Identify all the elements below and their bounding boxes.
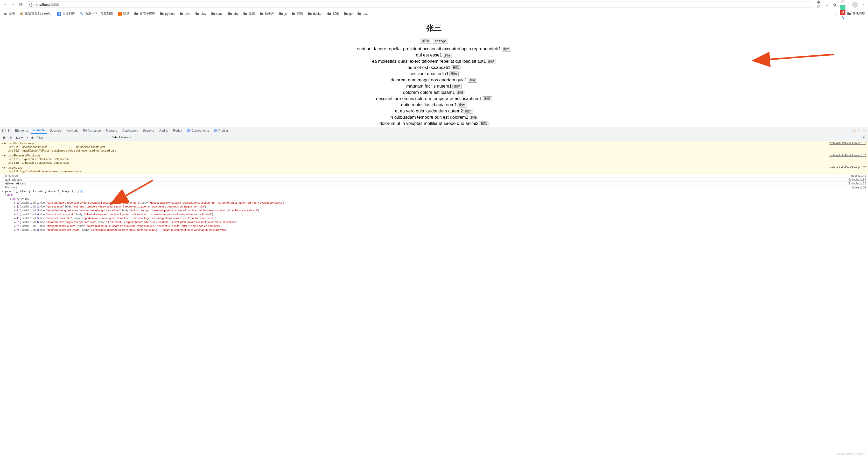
bookmark-item[interactable]: go bbox=[344, 12, 352, 16]
inspect-icon[interactable] bbox=[1, 128, 7, 133]
array-item[interactable]: ▶4: {userId: 1, id: 5, title: "nesciunt … bbox=[14, 216, 868, 220]
source-link[interactable]: webpackHotDevClient.js:137 bbox=[829, 141, 868, 152]
log-levels[interactable]: Default levels ▾ bbox=[112, 136, 131, 139]
bookmark-item[interactable]: python bbox=[160, 12, 175, 16]
bookmark-item[interactable]: play bbox=[195, 12, 206, 16]
devtools-tab[interactable]: Profiler bbox=[212, 127, 231, 134]
live-expression-icon[interactable]: ◉ bbox=[30, 135, 35, 140]
devtools-tab[interactable]: Audits bbox=[157, 127, 170, 134]
expand-caret[interactable]: ▶ bbox=[14, 216, 17, 220]
source-link[interactable]: TodoList.js:13 bbox=[848, 178, 868, 181]
delete-button[interactable]: 删除 bbox=[468, 78, 477, 83]
expand-caret[interactable]: ▼ bbox=[0, 190, 5, 193]
devtools-close-icon[interactable]: ✕ bbox=[863, 129, 865, 132]
bookmark-item[interactable]: 🐵论坛首页 | LearnK... bbox=[20, 11, 52, 16]
devtools-tab[interactable]: Components bbox=[185, 127, 212, 134]
delete-button[interactable]: 删除 bbox=[449, 71, 459, 76]
array-item[interactable]: ▶5: {userId: 1, id: 6, title: "dolorem e… bbox=[14, 220, 868, 224]
expand-caret[interactable]: ▶ bbox=[4, 141, 7, 144]
bookmark-item[interactable]: 译百度翻译 bbox=[57, 11, 75, 16]
expand-caret[interactable]: ▶ bbox=[14, 224, 17, 228]
devtools-tab[interactable]: Security bbox=[140, 127, 157, 134]
source-link[interactable]: webpackHotDevClient.js:137 bbox=[829, 166, 868, 173]
forward-button[interactable]: → bbox=[10, 2, 16, 7]
devtools-tab[interactable]: Performance bbox=[81, 127, 103, 134]
source-link[interactable]: index.js:143 bbox=[850, 174, 868, 177]
back-button[interactable]: ← bbox=[3, 2, 8, 7]
device-toggle-icon[interactable] bbox=[7, 128, 12, 133]
extensions-icon[interactable]: ✿ bbox=[833, 2, 837, 7]
devtools-tab[interactable]: Network bbox=[64, 127, 81, 134]
extension-icon[interactable]: 投 bbox=[840, 10, 845, 15]
site-info-icon[interactable]: i bbox=[29, 3, 33, 7]
prop-list[interactable]: list: bbox=[12, 197, 17, 200]
bookmark-item[interactable]: js bbox=[279, 12, 287, 16]
bookmark-item[interactable]: SDK bbox=[327, 12, 339, 16]
array-item[interactable]: ▶7: {userId: 1, id: 8, title: "dolorem d… bbox=[14, 228, 868, 232]
devtools-tab[interactable]: Elements bbox=[12, 127, 31, 134]
prop-add[interactable]: add: bbox=[7, 193, 13, 196]
source-link[interactable]: index.js:58 bbox=[852, 186, 868, 189]
sidebar-toggle-icon[interactable]: ▣ bbox=[2, 135, 6, 140]
extension-icon[interactable] bbox=[840, 5, 845, 10]
clear-console-icon[interactable]: ⊘ bbox=[8, 135, 13, 140]
star-icon[interactable]: ☆ bbox=[825, 2, 829, 7]
bookmark-item[interactable]: 微信 bbox=[243, 11, 255, 16]
devtools-tab[interactable]: Console bbox=[31, 127, 47, 134]
expand-caret[interactable]: ▶ bbox=[14, 208, 17, 212]
source-link[interactable]: TodoList.js:52 bbox=[848, 182, 868, 185]
delete-button[interactable]: 删除 bbox=[443, 53, 452, 58]
array-item[interactable]: ▶1: {userId: 1, id: 2, title: "qui est e… bbox=[14, 205, 868, 208]
array-item[interactable]: ▶2: {userId: 1, id: 3, title: "ea molest… bbox=[14, 208, 868, 212]
array-item[interactable]: ▶3: {userId: 1, id: 4, title: "eum et es… bbox=[14, 212, 868, 216]
expand-caret[interactable]: ▶ bbox=[14, 228, 17, 232]
warning-count[interactable]: 3 bbox=[850, 129, 856, 132]
delete-button[interactable]: 删除 bbox=[479, 121, 489, 126]
bookmark-item[interactable]: 前端 bbox=[291, 11, 303, 16]
add-button[interactable]: 增加 bbox=[420, 38, 431, 44]
delete-button[interactable]: 删除 bbox=[453, 84, 462, 89]
bookmark-item[interactable]: react bbox=[211, 12, 223, 16]
bookmark-item[interactable]: 微信小程序 bbox=[134, 11, 155, 16]
expand-caret[interactable]: ▼ bbox=[9, 197, 12, 201]
apps-button[interactable]: ▦ 应用 bbox=[3, 11, 15, 16]
bookmark-item[interactable]: 🐾百度一下，你就知道 bbox=[80, 11, 113, 16]
devtools-more-icon[interactable]: ⋮ bbox=[858, 129, 861, 132]
menu-icon[interactable]: ⋮ bbox=[861, 2, 865, 7]
extension-icon[interactable]: 💬 bbox=[840, 0, 845, 5]
expand-caret[interactable]: ▼ bbox=[5, 193, 7, 197]
delete-button[interactable]: 删除 bbox=[458, 103, 467, 107]
profile-avatar[interactable] bbox=[852, 2, 858, 8]
delete-button[interactable]: 删除 bbox=[451, 65, 460, 70]
delete-button[interactable]: 删除 bbox=[502, 46, 511, 52]
delete-button[interactable]: 删除 bbox=[487, 59, 496, 64]
expand-caret[interactable]: ▶ bbox=[14, 205, 17, 208]
bookmark-item[interactable]: php bbox=[228, 12, 239, 16]
bookmark-item[interactable]: test bbox=[357, 12, 368, 16]
delete-button[interactable]: 删除 bbox=[469, 115, 478, 120]
array-item[interactable]: ▶6: {userId: 1, id: 7, title: "magnam fa… bbox=[14, 224, 868, 228]
other-bookmarks[interactable]: 其他书签 bbox=[847, 11, 865, 16]
reload-button[interactable]: ⟳ bbox=[18, 2, 23, 7]
source-link[interactable]: webpackHotDevClient.js:137 bbox=[829, 154, 868, 164]
delete-button[interactable]: 删除 bbox=[483, 96, 492, 101]
filter-input[interactable] bbox=[37, 136, 110, 139]
devtools-tab[interactable]: Application bbox=[120, 127, 140, 134]
delete-button[interactable]: 删除 bbox=[464, 109, 473, 114]
bookmark-item[interactable]: [-]登录 bbox=[118, 11, 129, 16]
translate-icon[interactable]: �문 bbox=[817, 2, 822, 7]
address-bar[interactable]: i localhost:3000 bbox=[26, 2, 814, 8]
devtools-tab[interactable]: Redux bbox=[170, 127, 185, 134]
devtools-tab[interactable]: Memory bbox=[103, 127, 120, 134]
bookmarks-overflow[interactable]: » bbox=[836, 12, 837, 15]
array-item[interactable]: ▶0: {userId: 1, id: 1, title: "sunt aut … bbox=[14, 201, 868, 205]
change-button[interactable]: change bbox=[433, 38, 448, 44]
bookmark-item[interactable]: java bbox=[179, 12, 191, 16]
expand-caret[interactable]: ▶ bbox=[14, 212, 17, 216]
expand-caret[interactable]: ▶ bbox=[14, 220, 17, 224]
expand-caret[interactable]: ▶ bbox=[4, 154, 7, 157]
context-selector[interactable]: top bbox=[15, 136, 24, 139]
console-settings-icon[interactable]: ⚙ bbox=[862, 135, 866, 140]
bookmark-item[interactable]: 数据库 bbox=[259, 11, 274, 16]
devtools-tab[interactable]: Sources bbox=[47, 127, 64, 134]
